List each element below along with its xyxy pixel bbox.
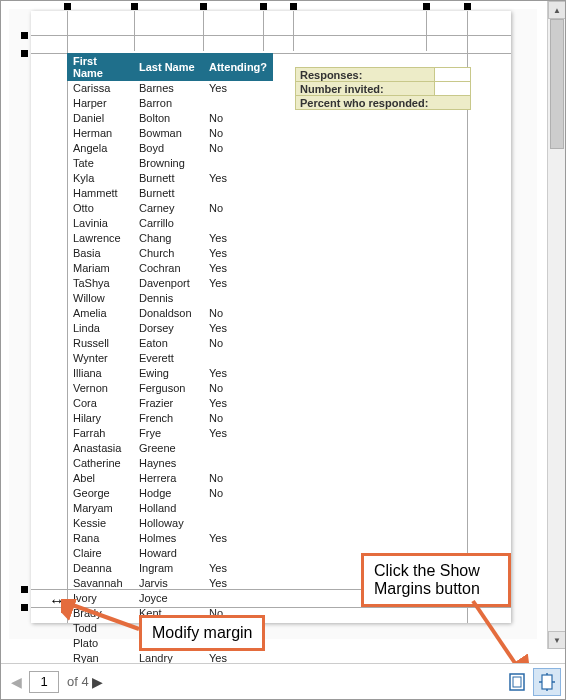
cell-first: Carissa <box>67 81 133 96</box>
cell-attending: Yes <box>203 276 273 291</box>
table-row: FarrahFryeYes <box>67 426 273 441</box>
callout-text: Modify margin <box>152 624 252 641</box>
cell-first: Kyla <box>67 171 133 186</box>
cell-first: Kessie <box>67 516 133 531</box>
table-row: WillowDennis <box>67 291 273 306</box>
cell-attending: No <box>203 381 273 396</box>
cell-first: Vernon <box>67 381 133 396</box>
table-row: ClaireHoward <box>67 546 273 561</box>
cell-first: Amelia <box>67 306 133 321</box>
margin-handle[interactable] <box>200 3 207 10</box>
cell-last: Holloway <box>133 516 203 531</box>
scroll-up-arrow[interactable]: ▲ <box>548 1 566 19</box>
cell-first: Wynter <box>67 351 133 366</box>
column-line[interactable] <box>134 11 135 51</box>
table-row: HilaryFrenchNo <box>67 411 273 426</box>
table-row: LaviniaCarrillo <box>67 216 273 231</box>
vertical-scrollbar[interactable]: ▲ ▼ <box>547 1 565 649</box>
margin-handle[interactable] <box>21 586 28 593</box>
margin-handle[interactable] <box>464 3 471 10</box>
summary-value <box>434 68 470 81</box>
cell-last: Hodge <box>133 486 203 501</box>
prev-page-button[interactable]: ◀ <box>7 671 25 693</box>
column-line[interactable] <box>293 11 294 51</box>
cell-last: Jarvis <box>133 576 203 591</box>
cell-attending: Yes <box>203 171 273 186</box>
margin-handle[interactable] <box>260 3 267 10</box>
summary-percent-row: Percent who responded: <box>295 95 471 110</box>
callout-text: Click the ShowMargins button <box>374 562 480 597</box>
cell-attending: Yes <box>203 576 273 591</box>
cell-first: Ivory <box>67 591 133 606</box>
margin-line-header[interactable] <box>31 35 511 36</box>
summary-value <box>434 82 470 95</box>
cell-last: Davenport <box>133 276 203 291</box>
table-row: LawrenceChangYes <box>67 231 273 246</box>
preview-page: First Name Last Name Attending? CarissaB… <box>31 11 511 623</box>
summary-invited-row: Number invited: <box>295 81 471 96</box>
table-row: DeannaIngramYes <box>67 561 273 576</box>
cell-last: Eaton <box>133 336 203 351</box>
cell-last: French <box>133 411 203 426</box>
column-line[interactable] <box>263 11 264 51</box>
cell-last: Howard <box>133 546 203 561</box>
page-number-input[interactable]: 1 <box>29 671 59 693</box>
cell-last: Ewing <box>133 366 203 381</box>
cell-last: Dennis <box>133 291 203 306</box>
pager-bar: ◀ 1 of 4 ▶ <box>1 663 566 699</box>
cell-first: Anastasia <box>67 441 133 456</box>
cell-first: Daniel <box>67 111 133 126</box>
margin-handle[interactable] <box>21 50 28 57</box>
table-row: CoraFrazierYes <box>67 396 273 411</box>
svg-rect-3 <box>513 677 521 687</box>
cell-attending: Yes <box>203 231 273 246</box>
scroll-thumb[interactable] <box>550 19 564 149</box>
summary-value <box>434 96 470 109</box>
cell-last: Herrera <box>133 471 203 486</box>
margin-handle[interactable] <box>21 32 28 39</box>
cell-last: Joyce <box>133 591 203 606</box>
cell-attending: Yes <box>203 396 273 411</box>
next-page-button[interactable]: ▶ <box>89 671 107 693</box>
cell-first: George <box>67 486 133 501</box>
table-row: HarperBarron <box>67 96 273 111</box>
column-line[interactable] <box>426 11 427 51</box>
cell-last: Carrillo <box>133 216 203 231</box>
table-row: KylaBurnettYes <box>67 171 273 186</box>
scroll-down-arrow[interactable]: ▼ <box>548 631 566 649</box>
cell-last: Frye <box>133 426 203 441</box>
cell-first: Savannah <box>67 576 133 591</box>
cell-attending: Yes <box>203 426 273 441</box>
margin-handle[interactable] <box>290 3 297 10</box>
cell-attending <box>203 291 273 306</box>
cell-last: Greene <box>133 441 203 456</box>
cell-attending: Yes <box>203 561 273 576</box>
margin-handle[interactable] <box>131 3 138 10</box>
table-row: OttoCarneyNo <box>67 201 273 216</box>
zoom-to-page-button[interactable] <box>533 668 561 696</box>
summary-label: Percent who responded: <box>296 96 434 109</box>
cell-attending <box>203 501 273 516</box>
cell-last: Cochran <box>133 261 203 276</box>
cell-last: Holland <box>133 501 203 516</box>
margin-handle[interactable] <box>64 3 71 10</box>
cell-last: Browning <box>133 156 203 171</box>
table-row: VernonFergusonNo <box>67 381 273 396</box>
print-preview-area: First Name Last Name Attending? CarissaB… <box>9 9 537 639</box>
table-row: IllianaEwingYes <box>67 366 273 381</box>
cell-last: Donaldson <box>133 306 203 321</box>
cell-last: Everett <box>133 351 203 366</box>
cell-first: Abel <box>67 471 133 486</box>
table-row: HermanBowmanNo <box>67 126 273 141</box>
cell-first: Lavinia <box>67 216 133 231</box>
cell-last: Frazier <box>133 396 203 411</box>
cell-first: Catherine <box>67 456 133 471</box>
show-margins-button[interactable] <box>503 668 531 696</box>
page-count-label: of 4 <box>67 674 89 689</box>
cell-attending: No <box>203 486 273 501</box>
cell-last: Bolton <box>133 111 203 126</box>
table-row: HammettBurnett <box>67 186 273 201</box>
margin-handle[interactable] <box>21 604 28 611</box>
margin-handle[interactable] <box>423 3 430 10</box>
column-line[interactable] <box>203 11 204 51</box>
